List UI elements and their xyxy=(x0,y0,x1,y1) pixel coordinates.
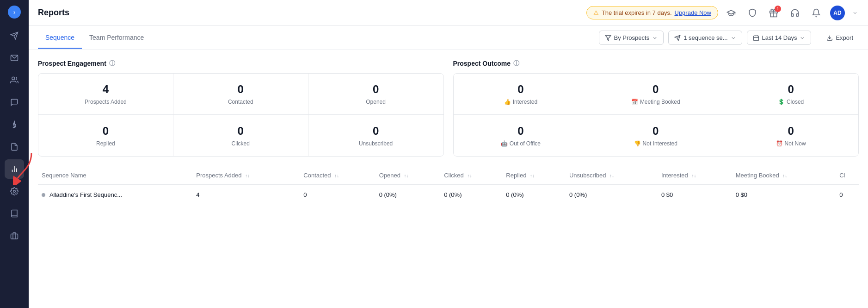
sort-icon[interactable]: ↑↓ xyxy=(334,173,339,178)
engagement-stats-card: 4 Prospects Added 0 Contacted 0 Opened xyxy=(38,73,444,157)
col-meeting-booked: Meeting Booked ↑↓ xyxy=(732,166,836,185)
stat-meeting-booked: 0 📅 Meeting Booked xyxy=(588,74,723,115)
table-body: Alladdine's First Sequenc... 4 0 0 (0%) … xyxy=(38,185,859,205)
table-header-row: Sequence Name Prospects Added ↑↓ Contact… xyxy=(38,166,859,185)
tabs: Sequence Team Performance xyxy=(38,27,599,48)
prospect-engagement-section: Prospect Engagement ⓘ 4 Prospects Added … xyxy=(38,59,444,157)
svg-point-7 xyxy=(13,190,16,193)
col-contacted: Contacted ↑↓ xyxy=(300,166,375,185)
sidebar-toggle-button[interactable]: › xyxy=(8,6,21,19)
svg-rect-8 xyxy=(11,234,18,239)
bell-icon[interactable] xyxy=(809,6,824,20)
sort-icon[interactable]: ↑↓ xyxy=(530,173,535,178)
col-opened: Opened ↑↓ xyxy=(376,166,441,185)
stats-row: Prospect Engagement ⓘ 4 Prospects Added … xyxy=(38,59,859,157)
prospect-outcome-section: Prospect Outcome ⓘ 0 👍 Interested 0 xyxy=(453,59,859,157)
trial-banner: ⚠ The trial expires in 7 days. Upgrade N… xyxy=(586,6,718,19)
gift-icon[interactable]: 1 xyxy=(766,6,781,20)
sidebar-item-reports[interactable] xyxy=(5,159,24,179)
cell-interested: 0 $0 xyxy=(658,185,732,205)
sort-icon[interactable]: ↑↓ xyxy=(467,173,472,178)
sidebar-item-mail[interactable] xyxy=(5,48,24,68)
content-area: Sequence Team Performance By Prospects 1… xyxy=(29,26,868,308)
tab-sequence[interactable]: Sequence xyxy=(38,27,82,49)
graduation-icon[interactable] xyxy=(724,6,739,20)
cell-contacted: 0 xyxy=(300,185,375,205)
headphone-icon[interactable] xyxy=(788,6,802,20)
not-interested-icon: 👎 xyxy=(634,140,641,147)
sort-icon[interactable]: ↑↓ xyxy=(691,173,696,178)
sequence-status-dot xyxy=(42,193,45,197)
cell-replied: 0 (0%) xyxy=(502,185,566,205)
export-label: Export xyxy=(836,34,853,41)
info-icon-outcome: ⓘ xyxy=(513,59,519,68)
date-filter[interactable]: Last 14 Days xyxy=(747,31,812,45)
warning-icon: ⚠ xyxy=(593,9,599,16)
prospect-engagement-title: Prospect Engagement ⓘ xyxy=(38,59,444,68)
sidebar-item-contacts[interactable] xyxy=(5,70,24,90)
out-of-office-icon: 🤖 xyxy=(501,140,508,147)
shield-icon[interactable] xyxy=(745,6,760,20)
by-prospects-label: By Prospects xyxy=(614,34,650,41)
sort-icon[interactable]: ↑↓ xyxy=(404,173,409,178)
stat-not-interested: 0 👎 Not Interested xyxy=(588,115,723,156)
gift-badge: 1 xyxy=(775,6,781,12)
col-interested: Interested ↑↓ xyxy=(658,166,732,185)
info-icon-engagement: ⓘ xyxy=(109,59,115,68)
col-replied: Replied ↑↓ xyxy=(502,166,566,185)
stat-unsubscribed: 0 Unsubscribed xyxy=(308,115,443,156)
interested-icon: 👍 xyxy=(504,99,511,105)
meeting-icon: 📅 xyxy=(631,99,638,105)
sidebar-item-settings[interactable] xyxy=(5,182,24,201)
sidebar-item-doc[interactable] xyxy=(5,137,24,157)
table-row: Alladdine's First Sequenc... 4 0 0 (0%) … xyxy=(38,185,859,205)
col-closed: Cl xyxy=(836,166,859,185)
stat-closed: 0 💲 Closed xyxy=(723,74,858,115)
not-now-icon: ⏰ xyxy=(776,140,783,147)
col-sequence-name: Sequence Name xyxy=(38,166,192,185)
sort-icon[interactable]: ↑↓ xyxy=(245,173,250,178)
cell-meeting-booked: 0 $0 xyxy=(732,185,836,205)
by-prospects-filter[interactable]: By Prospects xyxy=(599,31,664,45)
tabs-bar: Sequence Team Performance By Prospects 1… xyxy=(29,26,868,50)
stat-clicked: 0 Clicked xyxy=(173,115,308,156)
page-title: Reports xyxy=(38,8,581,18)
cell-sequence-name: Alladdine's First Sequenc... xyxy=(38,185,192,205)
tab-team-performance[interactable]: Team Performance xyxy=(82,27,151,49)
cell-clicked: 0 (0%) xyxy=(440,185,502,205)
sort-icon[interactable]: ↑↓ xyxy=(782,173,787,178)
stat-replied: 0 Replied xyxy=(38,115,173,156)
export-button[interactable]: Export xyxy=(821,31,859,44)
topbar-icons: 1 AD xyxy=(724,6,859,20)
sequence-filter[interactable]: 1 sequence se... xyxy=(668,31,742,45)
stat-interested: 0 👍 Interested xyxy=(454,74,589,115)
sidebar-item-book[interactable] xyxy=(5,204,24,223)
main-content: Reports ⚠ The trial expires in 7 days. U… xyxy=(29,0,868,308)
sidebar-item-briefcase[interactable] xyxy=(5,226,24,245)
sidebar-item-messages[interactable] xyxy=(5,93,24,112)
avatar[interactable]: AD xyxy=(830,6,845,20)
sort-icon[interactable]: ↑↓ xyxy=(609,173,614,178)
stat-prospects-added: 4 Prospects Added xyxy=(38,74,173,115)
cell-unsubscribed: 0 (0%) xyxy=(566,185,658,205)
avatar-chevron-icon[interactable] xyxy=(851,6,859,20)
stat-out-of-office: 0 🤖 Out of Office xyxy=(454,115,589,156)
svg-marker-11 xyxy=(605,35,611,40)
svg-rect-14 xyxy=(753,36,758,41)
stats-container: Prospect Engagement ⓘ 4 Prospects Added … xyxy=(29,50,868,157)
stat-opened: 0 Opened xyxy=(308,74,443,115)
filter-controls: By Prospects 1 sequence se... Last 14 Da… xyxy=(599,31,859,45)
upgrade-link[interactable]: Upgrade Now xyxy=(675,9,712,16)
stat-contacted: 0 Contacted xyxy=(173,74,308,115)
trial-message: The trial expires in 7 days. xyxy=(602,9,672,16)
svg-point-3 xyxy=(12,77,15,80)
prospect-outcome-title: Prospect Outcome ⓘ xyxy=(453,59,859,68)
stat-not-now: 0 ⏰ Not Now xyxy=(723,115,858,156)
sidebar-item-fire[interactable] xyxy=(5,115,24,134)
sidebar-item-send[interactable] xyxy=(5,26,24,45)
table-container: Sequence Name Prospects Added ↑↓ Contact… xyxy=(29,166,868,214)
topbar: Reports ⚠ The trial expires in 7 days. U… xyxy=(29,0,868,26)
cell-prospects-added: 4 xyxy=(192,185,300,205)
divider xyxy=(816,32,816,44)
outcome-stats-card: 0 👍 Interested 0 📅 Meeting Booked xyxy=(453,73,859,157)
